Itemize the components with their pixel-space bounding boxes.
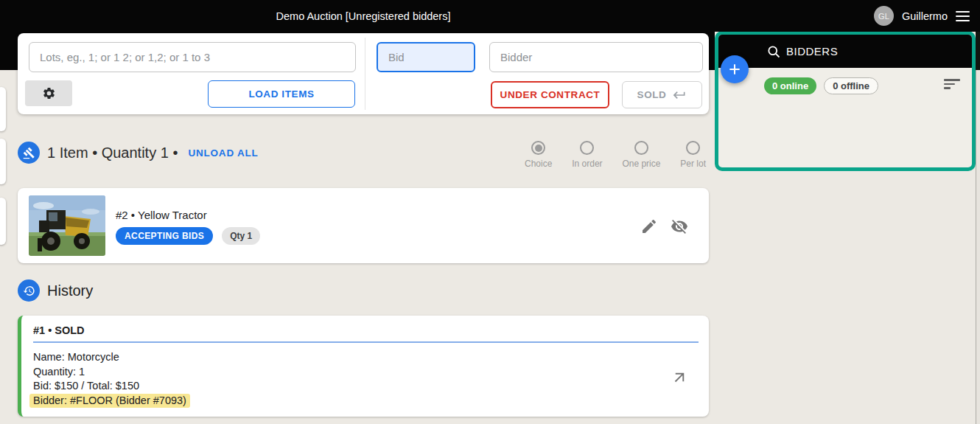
left-panel-peek-card [0,198,6,245]
bid-input[interactable] [377,42,475,72]
lots-input[interactable] [29,42,356,72]
radio-per-lot-circle[interactable] [686,141,700,155]
radio-in-order-label: In order [572,159,602,169]
history-winning-bidder: Bidder: #FLOOR (Bidder #7093) [29,394,190,409]
page-title: Demo Auction [Unregistered bidders] [276,10,451,22]
item-actions [640,218,688,235]
add-bidder-button[interactable] [721,55,749,83]
enter-key-icon [672,88,687,102]
avatar[interactable]: GL [874,6,894,26]
radio-choice-label: Choice [525,159,552,169]
online-count-badge: 0 online [764,77,816,94]
plus-icon [727,62,742,77]
user-name: Guillermo [902,10,948,22]
gear-icon [42,86,56,100]
history-title: History [47,282,93,299]
hide-item-icon[interactable] [671,218,688,235]
item-card[interactable]: #2 • Yellow Tractor ACCEPTING BIDS Qty 1 [18,188,709,263]
radio-per-lot-label: Per lot [680,159,706,169]
bidder-status-badges: 0 online 0 offline [764,77,878,94]
offline-count-badge: 0 offline [824,77,878,94]
next-panel-edge-header [976,32,980,70]
history-header: History [18,279,93,302]
app-bar: Demo Auction [Unregistered bidders] GL G… [0,0,980,32]
radio-in-order-circle[interactable] [580,141,594,155]
item-badges: ACCEPTING BIDS Qty 1 [116,227,260,245]
bidders-panel-title: BIDDERS [786,45,838,58]
history-entry-line: Bid: $150 / Total: $150 [33,379,697,394]
qty-badge: Qty 1 [222,227,260,245]
hamburger-menu-icon[interactable] [956,11,970,21]
radio-one-price-label: One price [622,159,660,169]
search-icon[interactable] [766,44,781,59]
history-entry-divider [33,341,699,343]
control-card-divider [365,38,365,110]
under-contract-button[interactable]: UNDER CONTRACT [491,81,609,108]
arrow-outward-icon[interactable] [671,369,688,386]
gavel-icon [18,142,40,164]
radio-choice-circle[interactable] [531,141,545,155]
radio-per-lot[interactable]: Per lot [680,141,706,169]
radio-in-order[interactable]: In order [572,141,602,169]
sale-mode-radio-group: Choice In order One price Per lot [525,141,706,169]
auction-control-card: LOAD ITEMS UNDER CONTRACT SOLD [18,33,709,114]
item-title: #2 • Yellow Tractor [116,209,207,221]
history-entry-header: #1 • SOLD [33,324,697,336]
sold-button[interactable]: SOLD [622,81,702,108]
unload-all-button[interactable]: UNLOAD ALL [188,147,258,159]
loaded-items-header: 1 Item • Quantity 1 • UNLOAD ALL [18,142,259,164]
left-panel-peek-card [0,139,6,184]
left-panel-peek-card [0,87,6,131]
items-summary: 1 Item • Quantity 1 • [47,145,178,161]
item-photo [29,195,105,256]
history-entry-card: #1 • SOLD Name: Motorcycle Quantity: 1 B… [18,316,709,417]
load-items-button[interactable]: LOAD ITEMS [208,80,355,108]
settings-button[interactable] [25,80,72,106]
radio-choice[interactable]: Choice [525,141,552,169]
history-icon [18,279,40,302]
edit-icon[interactable] [640,218,658,235]
sold-button-label: SOLD [637,89,667,100]
bidders-panel-header: BIDDERS [718,35,972,68]
next-panel-edge-body [976,70,980,424]
bidders-panel-body: 0 online 0 offline [718,68,972,167]
history-entry-line: Name: Motorcycle [33,350,697,365]
status-badge: ACCEPTING BIDS [116,227,213,245]
bidder-input[interactable] [489,42,703,72]
bidders-panel: BIDDERS 0 online 0 offline [715,31,976,171]
sort-icon[interactable] [944,79,960,89]
history-entry-line: Quantity: 1 [33,365,697,380]
auction-app: Demo Auction [Unregistered bidders] GL G… [0,0,980,424]
radio-one-price[interactable]: One price [622,141,660,169]
user-menu[interactable]: GL Guillermo [874,0,970,32]
radio-one-price-circle[interactable] [634,141,648,155]
